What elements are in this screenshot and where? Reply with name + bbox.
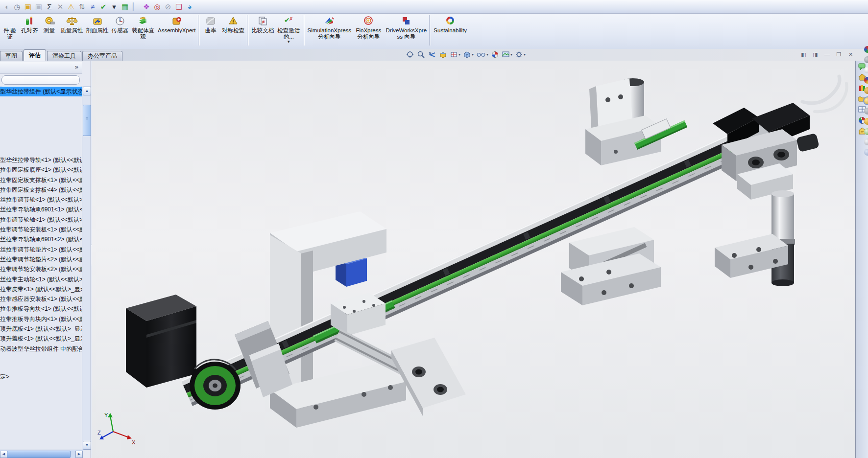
dropdown-caret-icon[interactable]: ▾ <box>288 40 290 44</box>
zoom-to-fit-icon[interactable] <box>406 50 415 59</box>
panel-overflow-chevron[interactable]: » <box>75 63 78 70</box>
ribbon-button-floxpress[interactable]: FloXpress 分析向导 <box>353 14 384 46</box>
toolbar-icon[interactable]: ✔ <box>98 1 109 12</box>
view-orientation-icon[interactable]: ▾ <box>449 50 461 59</box>
ribbon-button-simulationxpress[interactable]: SimulationXpress 分析向导 <box>306 14 353 46</box>
scroll-left-button[interactable]: ◀ <box>0 451 7 458</box>
beach-ball-icon[interactable] <box>864 46 868 53</box>
gray-sphere-icon[interactable] <box>864 108 868 114</box>
feature-tree-item[interactable]: 拉带感应器安装板<1> (默认<<默 <box>0 294 83 304</box>
ribbon-button-measure[interactable]: 测量 <box>40 14 59 46</box>
feature-tree-item[interactable]: 丝拉带调节轮垫片<2> (默认<<默 <box>0 254 83 264</box>
toolbar-icon[interactable]: ◖ <box>1 1 12 12</box>
ribbon-button-section-properties[interactable]: 剖面属性 <box>85 14 110 46</box>
toolbar-icon[interactable]: ❖ <box>142 1 152 12</box>
display-style-icon[interactable]: ▾ <box>462 50 474 59</box>
beach-ball-icon[interactable] <box>864 77 868 84</box>
feature-tree-item[interactable]: 丝拉带导轨轴承6901<1> (默认< <box>0 205 83 214</box>
checked-sphere-icon[interactable] <box>864 128 868 135</box>
ribbon-button-curvature[interactable]: 曲率 <box>201 14 220 46</box>
scroll-up-button[interactable]: ▲ <box>83 87 91 95</box>
ribbon-button-assemblyxpert[interactable]: AssemblyXpert <box>156 14 197 46</box>
section-view-icon[interactable] <box>438 50 448 59</box>
ribbon-button-mass-properties[interactable]: 质量属性 <box>59 14 85 46</box>
dropdown-caret-icon[interactable]: ▾ <box>458 52 460 57</box>
toolbar-icon[interactable]: Σ <box>45 1 55 12</box>
ribbon-button-hole-alignment[interactable]: 孔对齐 <box>20 14 40 46</box>
tree-vertical-scrollbar[interactable]: ▲ ▼ <box>82 86 91 450</box>
toolbar-icon[interactable]: ◷ <box>12 1 23 12</box>
toolbar-icon[interactable]: ❏ <box>174 1 184 12</box>
tab-render-tools[interactable]: 渲染工具 <box>47 51 81 61</box>
apply-scene-icon[interactable]: ▾ <box>501 50 513 59</box>
graphics-viewport[interactable]: Y X Z <box>92 61 855 458</box>
window-control-button[interactable]: ✕ <box>847 51 854 58</box>
cylinder-actuator[interactable] <box>715 163 795 286</box>
ribbon-button-symmetry-check[interactable]: 对称检查 <box>220 14 246 46</box>
feature-tree-item[interactable]: 拉带调节轮安装板<2> (默认<<默 <box>0 264 83 274</box>
feature-tree-item[interactable]: 丝拉带主动轮<1> (默认<<默认> <box>0 275 83 284</box>
view-settings-icon[interactable]: ▾ <box>514 50 526 59</box>
toolbar-icon[interactable]: ▦ <box>120 1 130 12</box>
scroll-right-button[interactable]: ▶ <box>75 451 83 458</box>
feature-tree-item[interactable]: 型华丝拉带导轨<1> (默认<<默认 <box>0 155 83 165</box>
window-control-button[interactable]: ◨ <box>812 51 819 58</box>
feature-tree-item[interactable]: 丝拉带导轨轴承6901<2> (默认< <box>0 234 83 244</box>
previous-view-icon[interactable] <box>427 50 437 59</box>
tree-horizontal-scrollbar[interactable]: ◀ ▶ <box>0 450 83 458</box>
feature-tree-item[interactable]: 拉带皮带<1> (默认<<默认>_显示 <box>0 284 83 294</box>
dropdown-caret-icon[interactable]: ▾ <box>524 52 526 57</box>
toolbar-icon[interactable]: ⚠ <box>66 1 76 12</box>
toolbar-icon[interactable]: ◎ <box>152 1 163 12</box>
hide-show-items-icon[interactable]: ▾ <box>476 50 489 59</box>
ribbon-button-driveworksxpress[interactable]: DriveWorksXpress 向导 <box>384 14 428 46</box>
zoom-to-area-icon[interactable] <box>416 50 426 59</box>
copy-appearance-icon[interactable] <box>864 67 868 73</box>
tree-filter-box[interactable] <box>1 75 80 85</box>
scroll-down-button[interactable]: ▼ <box>83 441 91 450</box>
horizontal-scroll-thumb[interactable] <box>7 451 71 458</box>
vertical-scroll-thumb[interactable] <box>83 105 91 136</box>
slide-table-unit[interactable] <box>561 227 661 305</box>
edit-appearance-icon[interactable] <box>490 50 500 59</box>
feature-tree-item[interactable]: 拉带固定板支撑板<4> (默认<<默 <box>0 185 83 195</box>
toolbar-icon[interactable]: ⇅ <box>77 1 87 12</box>
window-control-button[interactable]: — <box>823 51 831 58</box>
feature-tree-item[interactable]: 拉带调节轮安装板<1> (默认<<默 <box>0 225 83 234</box>
dropdown-caret-icon[interactable]: ▾ <box>486 52 488 57</box>
feature-tree-item[interactable]: 顶升底板<1> (默认<<默认>_显示 <box>0 324 83 334</box>
toolbar-icon[interactable]: ✕ <box>55 1 66 12</box>
toolbar-icon[interactable]: ▣ <box>34 1 44 12</box>
feature-tree-item[interactable]: 丝拉带调节轮<1> (默认<<默认> <box>0 195 83 205</box>
toolbar-icon[interactable]: ◕ <box>185 1 195 12</box>
toolbar-icon[interactable]: ▣ <box>23 1 33 12</box>
feature-tree-item[interactable]: 拉带推板导向块内<1> (默认<<默 <box>0 314 83 324</box>
honey-jar-icon[interactable] <box>864 87 868 94</box>
tab-office-products[interactable]: 办公室产品 <box>82 51 122 61</box>
feature-tree-fixed-item[interactable]: 定> <box>0 372 9 382</box>
window-control-button[interactable]: ❐ <box>835 51 843 58</box>
ribbon-button-sensor[interactable]: 传感器 <box>110 14 130 46</box>
tower-bracket[interactable] <box>585 78 661 165</box>
ribbon-button-assembly-visualization[interactable]: 装配体直观 <box>130 14 156 46</box>
clock-sphere-icon[interactable] <box>864 138 868 145</box>
stepper-motor[interactable] <box>126 295 196 388</box>
toolbar-icon[interactable]: ▏ <box>131 1 141 12</box>
ribbon-button-compare-documents[interactable]: ≠ 比较文档 <box>250 14 275 46</box>
feature-tree-item[interactable]: 拉带固定板支撑板<1> (默认<<默 <box>0 175 83 185</box>
feature-tree-item[interactable]: 拉带固定板底座<1> (默认<<默认 <box>0 165 83 175</box>
feature-tree-item[interactable]: 丝拉带调节轮垫片<1> (默认<<默 <box>0 245 83 254</box>
feature-tree-root-item[interactable]: 型华丝拉带组件 (默认<显示状态 <box>0 87 83 96</box>
tab-sketch[interactable]: 草图 <box>0 51 23 61</box>
copy-icon[interactable] <box>864 149 868 156</box>
metal-sphere-icon[interactable] <box>864 56 868 63</box>
gold-sphere-icon[interactable] <box>864 118 868 125</box>
feature-tree-item[interactable]: 动器波型华丝拉带组件 中的配合 <box>0 344 83 354</box>
dropdown-caret-icon[interactable]: ▾ <box>472 52 474 57</box>
window-control-button[interactable]: ◧ <box>800 51 807 58</box>
feature-tree-item[interactable]: 拉带调节轮轴<1> (默认<<默认> <box>0 215 83 225</box>
assembly-model[interactable] <box>92 61 855 458</box>
ribbon-button-check-active[interactable]: ✔✗ 检查激活的... ▾ <box>275 14 302 46</box>
drive-pulley[interactable] <box>190 360 241 410</box>
tab-evaluate[interactable]: 评估 <box>24 49 46 61</box>
